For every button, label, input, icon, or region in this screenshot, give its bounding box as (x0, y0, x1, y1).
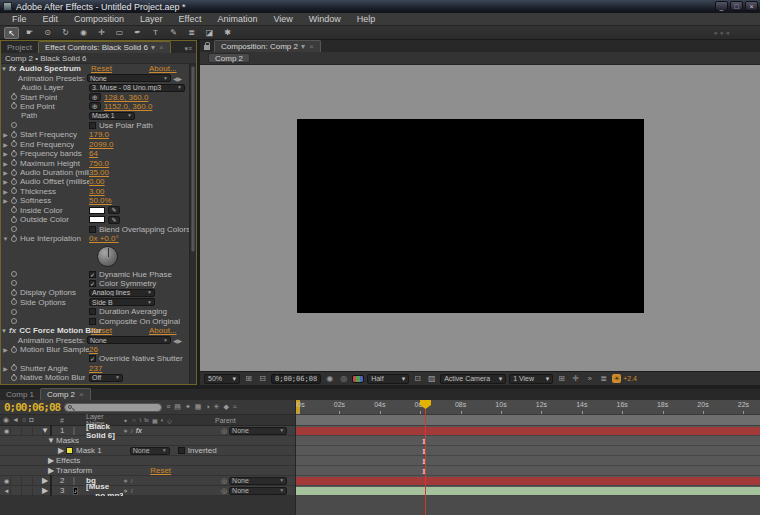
tab-composition[interactable]: Composition: Comp 2▾× (214, 40, 321, 52)
comp-mini-flowchart-icon[interactable]: ≡ (166, 403, 170, 411)
twirl-right-icon[interactable]: ▶ (1, 141, 10, 148)
resolution-dropdown[interactable]: Half▾ (367, 374, 409, 384)
preset-prev-next-icons[interactable]: ◀▶ (173, 337, 182, 344)
composition-frame[interactable] (297, 119, 644, 313)
tab-close-icon[interactable]: × (159, 43, 164, 52)
frame-blend-icon[interactable]: ▦ (195, 403, 202, 411)
exposure-control[interactable]: ☀+2.4 (612, 374, 637, 383)
audio-layer-dropdown[interactable]: 3. Muse - 08 Uno.mp3▼ (89, 84, 185, 92)
end-point-value[interactable]: 1152.0, 360.0 (104, 102, 152, 111)
selection-tool-icon[interactable]: ↖ (4, 27, 19, 39)
stopwatch-icon[interactable] (11, 170, 17, 176)
reset-link[interactable]: Reset (91, 326, 112, 335)
outline-row-effects[interactable]: ▶Effects (0, 456, 295, 466)
quality-switch-icon[interactable]: / (131, 488, 133, 494)
audio-offset-millisec-value[interactable]: 0.00 (89, 177, 105, 186)
duration-bar[interactable] (296, 427, 760, 435)
pixel-aspect-icon[interactable]: ✛ (570, 374, 581, 383)
layer-row-bg[interactable]: ◉▶2bg∗/◎None▼ (0, 476, 295, 486)
group-expander-icon[interactable]: ▶ (46, 466, 56, 475)
audio-cell[interactable] (14, 487, 22, 495)
layer-expander-icon[interactable]: ▼ (40, 426, 50, 435)
stopwatch-icon[interactable] (11, 198, 17, 204)
eye-icon[interactable]: ◉ (3, 427, 11, 435)
current-time-display[interactable]: 0;00;06;08 (4, 401, 60, 414)
hue-dial[interactable] (97, 246, 118, 267)
menu-file[interactable]: File (4, 14, 35, 24)
menu-composition[interactable]: Composition (66, 14, 132, 24)
collapse-switch-icon[interactable]: ∗ (123, 427, 128, 434)
label-color-swatch[interactable] (50, 425, 52, 436)
dynamic-hue-phase-checkbox[interactable]: ✓ (89, 271, 96, 278)
maximize-button[interactable]: □ (730, 1, 743, 11)
eraser-tool-icon[interactable]: ◪ (202, 27, 217, 39)
twirl-right-icon[interactable]: ▶ (1, 169, 10, 176)
speaker-icon[interactable]: ◄ (3, 487, 11, 495)
eyedropper-icon[interactable]: ✎ (108, 216, 120, 224)
layer-row-black-solid-6[interactable]: ◉▼1[Black Solid 6]∗/fx◎None▼ (0, 426, 295, 436)
side-options-dropdown[interactable]: Side B▼ (89, 298, 155, 306)
point-crosshair-icon[interactable]: ⊕ (89, 93, 101, 101)
graph-editor-icon[interactable]: ≈ (233, 403, 237, 411)
end-frequency-value[interactable]: 2099.0 (89, 140, 113, 149)
twirl-right-icon[interactable]: ▶ (1, 188, 10, 195)
brush-tool-icon[interactable]: ✎ (166, 27, 181, 39)
stopwatch-icon[interactable] (11, 290, 17, 296)
track-bg[interactable] (296, 476, 760, 486)
rotation-tool-icon[interactable]: ↻ (58, 27, 73, 39)
group-expander-icon[interactable]: ▼ (46, 436, 56, 445)
eyedropper-icon[interactable]: ✎ (108, 206, 120, 214)
effect-controls-scrollbar[interactable] (189, 64, 196, 384)
mask-mode-dropdown[interactable]: None▼ (130, 447, 170, 455)
twirl-right-icon[interactable]: ▶ (1, 150, 10, 157)
stopwatch-icon[interactable] (11, 365, 17, 371)
about-link[interactable]: About... (149, 326, 177, 335)
animation-presets-dropdown[interactable]: None▼ (87, 336, 171, 344)
collapse-switch-icon[interactable]: ∗ (123, 487, 128, 494)
stopwatch-icon[interactable] (11, 375, 17, 381)
parent-dropdown[interactable]: None▼ (229, 427, 287, 435)
pen-tool-icon[interactable]: ✒ (130, 27, 145, 39)
layer-row-muse-no-mp3[interactable]: ◄▶3♪[Muse -...no.mp3]∗/◎None▼ (0, 486, 295, 496)
menu-effect[interactable]: Effect (171, 14, 210, 24)
motion-blur-icon[interactable]: ◑ (205, 403, 209, 411)
stopwatch-icon[interactable] (11, 103, 17, 109)
solo-cell[interactable] (25, 487, 33, 495)
label-color-cell[interactable] (50, 476, 60, 485)
tab-project[interactable]: Project (1, 42, 38, 53)
override-native-shutter-checkbox[interactable]: ✓ (89, 355, 96, 362)
frequency-bands-value[interactable]: 64 (89, 149, 98, 158)
panel-menu-icon[interactable]: ▾≡ (180, 45, 196, 53)
type-tool-icon[interactable]: T (148, 27, 163, 39)
outside-color-swatch[interactable] (89, 216, 105, 223)
solo-cell[interactable] (25, 427, 33, 435)
share-view-icon[interactable]: ⊞ (556, 374, 567, 383)
unified-camera-tool-icon[interactable]: ◉ (76, 27, 91, 39)
mask-color-swatch[interactable] (66, 447, 73, 454)
twirl-right-icon[interactable]: ▶ (1, 197, 10, 204)
fast-previews-icon[interactable]: » (584, 374, 595, 383)
audio-cell[interactable] (14, 477, 22, 485)
stopwatch-icon[interactable] (11, 188, 17, 194)
stopwatch-icon[interactable] (11, 94, 17, 100)
pan-behind-tool-icon[interactable]: ✛ (94, 27, 109, 39)
tab-effect-controls[interactable]: Effect Controls: Black Solid 6▾× (38, 41, 171, 53)
stopwatch-icon[interactable] (11, 236, 17, 242)
reset-link[interactable]: Reset (91, 64, 112, 73)
animation-presets-dropdown[interactable]: None▼ (87, 74, 171, 82)
tab-dropdown-icon[interactable]: ▾ (301, 42, 305, 51)
display-options-dropdown[interactable]: Analog lines▼ (89, 289, 155, 297)
comp-crumb-button[interactable]: Comp 2 (208, 53, 250, 63)
thickness-value[interactable]: 3.00 (89, 187, 105, 196)
motion-blur-samples-value[interactable]: 26 (89, 345, 98, 354)
track-prop-transform[interactable]: I (296, 466, 760, 476)
outline-row-masks[interactable]: ▼Masks (0, 436, 295, 446)
lock-icon[interactable] (204, 45, 210, 50)
menu-animation[interactable]: Animation (209, 14, 265, 24)
stopwatch-icon[interactable] (11, 151, 17, 157)
audio-duration-milli-value[interactable]: 35.00 (89, 168, 109, 177)
snapshot-icon[interactable]: ◉ (324, 374, 335, 383)
path-dropdown[interactable]: Mask 1▼ (89, 112, 135, 120)
pickwhip-icon[interactable]: ◎ (221, 477, 227, 485)
twirl-right-icon[interactable]: ▶ (1, 178, 10, 185)
